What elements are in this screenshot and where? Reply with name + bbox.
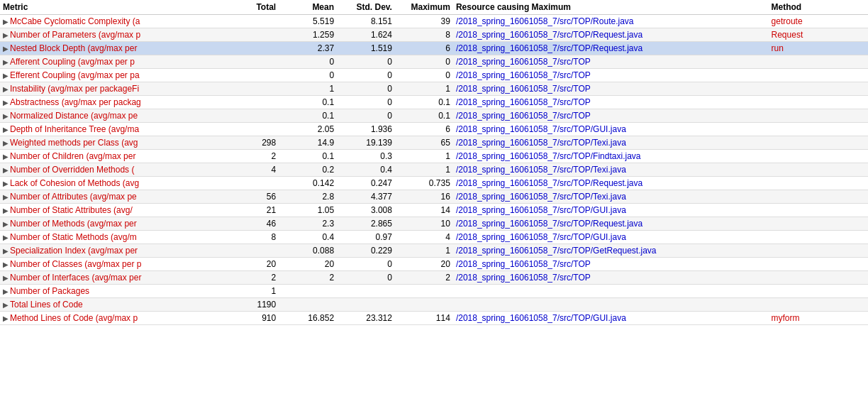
mean-cell: 1: [279, 82, 337, 96]
expand-icon[interactable]: ▶: [3, 18, 9, 26]
metric-name-link[interactable]: Number of Methods (avg/max per: [10, 219, 137, 229]
expand-icon[interactable]: ▶: [3, 180, 9, 187]
mean-cell: 2.37: [279, 42, 337, 55]
resource-link[interactable]: /2018_spring_16061058_7/src/TOP/GUI.java: [456, 205, 626, 215]
table-row: ▶Number of Classes (avg/max per p2020020…: [0, 258, 868, 271]
metric-name-link[interactable]: Nested Block Depth (avg/max per: [10, 43, 137, 53]
method-cell: [769, 123, 868, 136]
metric-name-link[interactable]: Abstractness (avg/max per packag: [10, 97, 141, 107]
metric-name-link[interactable]: Method Lines of Code (avg/max p: [10, 313, 138, 323]
expand-icon[interactable]: ▶: [3, 139, 9, 147]
method-link[interactable]: run: [772, 43, 784, 53]
metric-name-link[interactable]: Instability (avg/max per packageFi: [10, 84, 139, 94]
resource-cell: /2018_spring_16061058_7/src/TOP: [453, 109, 769, 123]
resource-link[interactable]: /2018_spring_16061058_7/src/TOP/Texi.jav…: [456, 192, 626, 202]
metric-name-link[interactable]: Number of Packages: [10, 286, 89, 296]
metric-name-link[interactable]: McCabe Cyclomatic Complexity (a: [10, 16, 140, 26]
metric-cell: ▶Number of Methods (avg/max per: [0, 217, 229, 231]
resource-link[interactable]: /2018_spring_16061058_7/src/TOP/GUI.java: [456, 232, 626, 242]
expand-icon[interactable]: ▶: [3, 85, 9, 93]
resource-link[interactable]: /2018_spring_16061058_7/src/TOP/Route.ja…: [456, 16, 634, 26]
metric-name-link[interactable]: Number of Children (avg/max per: [10, 151, 135, 161]
metric-name-link[interactable]: Number of Attributes (avg/max pe: [10, 192, 137, 202]
expand-icon[interactable]: ▶: [3, 247, 9, 255]
expand-icon[interactable]: ▶: [3, 288, 9, 295]
metric-name-link[interactable]: Number of Interfaces (avg/max per: [10, 273, 141, 283]
resource-cell: /2018_spring_16061058_7/src/TOP/Request.…: [453, 177, 769, 190]
expand-icon[interactable]: ▶: [3, 261, 9, 268]
mean-cell: 0.1: [279, 150, 337, 163]
expand-icon[interactable]: ▶: [3, 207, 9, 214]
expand-icon[interactable]: ▶: [3, 193, 9, 201]
method-link[interactable]: getroute: [772, 16, 803, 26]
resource-link[interactable]: /2018_spring_16061058_7/src/TOP: [456, 97, 591, 107]
resource-link[interactable]: /2018_spring_16061058_7/src/TOP/Request.…: [456, 30, 642, 40]
metric-cell: ▶Number of Interfaces (avg/max per: [0, 271, 229, 285]
resource-link[interactable]: /2018_spring_16061058_7/src/TOP/Request.…: [456, 219, 642, 229]
resource-cell: /2018_spring_16061058_7/src/TOP/Texi.jav…: [453, 136, 769, 150]
metric-name-link[interactable]: Total Lines of Code: [10, 300, 83, 310]
expand-icon[interactable]: ▶: [3, 274, 9, 282]
metric-cell: ▶Number of Children (avg/max per: [0, 150, 229, 163]
metric-name-link[interactable]: Number of Static Attributes (avg/: [10, 205, 133, 215]
metric-name-link[interactable]: Number of Static Methods (avg/m: [10, 232, 137, 242]
expand-icon[interactable]: ▶: [3, 112, 9, 120]
expand-icon[interactable]: ▶: [3, 166, 9, 174]
metric-name-link[interactable]: Specialization Index (avg/max per: [10, 246, 138, 256]
resource-link[interactable]: /2018_spring_16061058_7/src/TOP: [456, 111, 591, 121]
table-row: ▶Instability (avg/max per packageFi101/2…: [0, 82, 868, 96]
metric-name-link[interactable]: Number of Classes (avg/max per p: [10, 259, 141, 269]
resource-link[interactable]: /2018_spring_16061058_7/src/TOP: [456, 273, 591, 283]
method-link[interactable]: myform: [772, 313, 800, 323]
expand-icon[interactable]: ▶: [3, 72, 9, 80]
expand-icon[interactable]: ▶: [3, 220, 9, 228]
expand-icon[interactable]: ▶: [3, 234, 9, 241]
metric-name-link[interactable]: Depth of Inheritance Tree (avg/ma: [10, 124, 139, 134]
resource-link[interactable]: /2018_spring_16061058_7/src/TOP: [456, 84, 591, 94]
metric-name-link[interactable]: Lack of Cohesion of Methods (avg: [10, 178, 139, 188]
col-header-stddev: Std. Dev.: [337, 0, 395, 15]
expand-icon[interactable]: ▶: [3, 126, 9, 133]
resource-cell: [453, 285, 769, 298]
expand-icon[interactable]: ▶: [3, 99, 9, 106]
resource-link[interactable]: /2018_spring_16061058_7/src/TOP/Texi.jav…: [456, 138, 626, 148]
resource-link[interactable]: /2018_spring_16061058_7/src/TOP/Texi.jav…: [456, 165, 626, 175]
method-cell: [769, 190, 868, 204]
resource-link[interactable]: /2018_spring_16061058_7/src/TOP/Request.…: [456, 178, 642, 188]
resource-link[interactable]: /2018_spring_16061058_7/src/TOP/Request.…: [456, 43, 642, 53]
maximum-cell: 4: [395, 231, 453, 244]
maximum-cell: 10: [395, 217, 453, 231]
resource-link[interactable]: /2018_spring_16061058_7/src/TOP/GetReque…: [456, 246, 657, 256]
resource-link[interactable]: /2018_spring_16061058_7/src/TOP: [456, 57, 591, 67]
expand-icon[interactable]: ▶: [3, 58, 9, 66]
metric-name-link[interactable]: Weighted methods per Class (avg: [10, 138, 138, 148]
metric-name-link[interactable]: Number of Parameters (avg/max p: [10, 30, 140, 40]
resource-link[interactable]: /2018_spring_16061058_7/src/TOP: [456, 259, 591, 269]
metric-name-link[interactable]: Efferent Coupling (avg/max per pa: [10, 70, 140, 80]
stddev-cell: 2.865: [337, 217, 395, 231]
expand-icon[interactable]: ▶: [3, 153, 9, 160]
resource-link[interactable]: /2018_spring_16061058_7/src/TOP/GUI.java: [456, 313, 626, 323]
col-header-metric: Metric: [0, 0, 229, 15]
metric-name-link[interactable]: Normalized Distance (avg/max pe: [10, 111, 138, 121]
table-row: ▶Specialization Index (avg/max per0.0880…: [0, 244, 868, 258]
expand-icon[interactable]: ▶: [3, 314, 9, 322]
resource-link[interactable]: /2018_spring_16061058_7/src/TOP: [456, 70, 591, 80]
expand-icon[interactable]: ▶: [3, 45, 9, 53]
method-cell: [769, 244, 868, 258]
resource-link[interactable]: /2018_spring_16061058_7/src/TOP/Findtaxi…: [456, 151, 641, 161]
expand-icon[interactable]: ▶: [3, 301, 9, 309]
maximum-cell: 65: [395, 136, 453, 150]
table-row: ▶Weighted methods per Class (avg29814.91…: [0, 136, 868, 150]
metric-name-link[interactable]: Number of Overridden Methods (: [10, 165, 134, 175]
method-link[interactable]: Request: [772, 30, 803, 40]
metrics-table: Metric Total Mean Std. Dev. Maximum Reso…: [0, 0, 868, 325]
maximum-cell: 1: [395, 163, 453, 177]
expand-icon[interactable]: ▶: [3, 31, 9, 39]
metric-name-link[interactable]: Afferent Coupling (avg/max per p: [10, 57, 135, 67]
mean-cell: 2: [279, 271, 337, 285]
resource-cell: /2018_spring_16061058_7/src/TOP: [453, 258, 769, 271]
col-header-total: Total: [229, 0, 279, 15]
resource-link[interactable]: /2018_spring_16061058_7/src/TOP/GUI.java: [456, 124, 626, 134]
table-row: ▶Number of Overridden Methods (40.20.41/…: [0, 163, 868, 177]
